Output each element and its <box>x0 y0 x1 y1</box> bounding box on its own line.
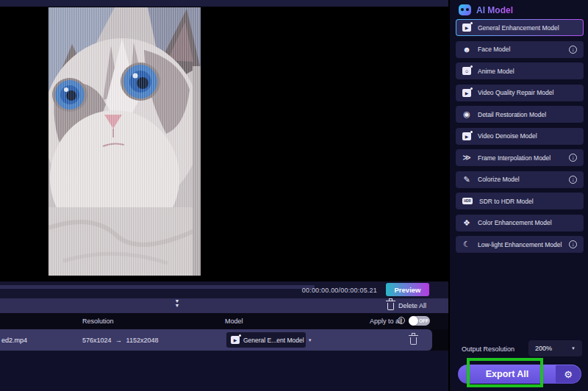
model-item-color-enhancement[interactable]: ❖ Color Enhancement Model <box>456 215 584 232</box>
ai-model-sidebar: AI Model ▶ General Enhancement Model ☻ F… <box>448 0 588 391</box>
sidebar-title: AI Model <box>476 5 513 15</box>
app-window: 00:00:00.00/00:00:05.21 Preview ▼ ▼ Dele… <box>0 0 588 391</box>
model-item-label: Anime Model <box>478 68 514 75</box>
model-item-colorize[interactable]: ✎ Colorize Model ↓ <box>456 171 584 188</box>
sidebar-header: AI Model <box>459 4 513 15</box>
model-item-label: Detail Restoration Model <box>478 111 546 118</box>
model-item-sdr-to-hdr[interactable]: HDR SDR to HDR Model <box>456 193 584 209</box>
model-item-label: Video Quality Repair Model <box>478 89 553 96</box>
model-item-label: General Enhancement Model <box>478 24 559 32</box>
collapse-chevron-icon[interactable]: ▼ ▼ <box>171 299 183 308</box>
apply-to-all-toggle[interactable]: OFF <box>409 316 430 326</box>
download-icon[interactable]: ↓ <box>569 46 577 54</box>
robot-icon <box>459 4 471 15</box>
output-resolution-label: Output Resolution <box>462 345 514 353</box>
toggle-state-label: OFF <box>419 318 429 323</box>
export-settings-button[interactable]: ⚙ <box>556 365 581 383</box>
toggle-knob <box>409 316 418 326</box>
model-item-label: SDR to HDR Model <box>479 198 534 205</box>
trash-icon <box>387 303 394 310</box>
playback-time: 00:00:00.00/00:00:05.21 <box>302 287 377 294</box>
moon-icon: ☾ <box>462 240 471 249</box>
model-column-header: Model <box>225 318 243 325</box>
video-frame-cat <box>49 7 201 276</box>
download-icon[interactable]: ↓ <box>569 154 577 162</box>
dropdown-arrow-icon: ▼ <box>308 338 312 342</box>
output-resolution-value: 200% <box>535 345 552 352</box>
face-icon: ☻ <box>462 45 471 54</box>
model-item-frame-interpolation[interactable]: ≫ Frame Interpolation Model ↓ <box>456 149 584 166</box>
video-preview-area <box>0 7 448 281</box>
queue-empty-area <box>0 351 448 391</box>
download-icon[interactable]: ↓ <box>569 176 577 184</box>
row-delete-button[interactable] <box>410 335 417 346</box>
colorize-icon: ✎ <box>462 175 471 184</box>
model-item-anime[interactable]: ☺ Anime Model <box>456 62 584 79</box>
target-resolution: 1152x2048 <box>126 337 159 344</box>
source-resolution: 576x1024 <box>82 337 112 344</box>
delete-all-label: Delete All <box>398 302 426 309</box>
model-item-detail-restoration[interactable]: ◉ Detail Restoration Model <box>456 106 584 123</box>
file-resolution: 576x1024 → 1152x2048 <box>82 337 158 344</box>
info-icon[interactable]: i <box>398 317 405 324</box>
timeline-collapse-bar: ▼ ▼ Delete All <box>0 298 448 313</box>
video-artifact-scanlines <box>49 7 201 276</box>
detail-restoration-icon: ◉ <box>462 110 471 119</box>
model-item-label: Frame Interpolation Model <box>478 154 551 162</box>
output-resolution-dropdown[interactable]: 200% ▼ <box>528 340 582 356</box>
model-item-label: Face Model <box>478 46 510 53</box>
dropdown-arrow-icon: ▼ <box>571 346 576 351</box>
file-name: ed2.mp4 <box>1 337 27 344</box>
preview-button[interactable]: Preview <box>386 283 429 296</box>
frame-interpolation-icon: ≫ <box>462 153 471 162</box>
model-item-label: Color Enhancement Model <box>478 219 552 226</box>
chevron-down-icon: ▼ <box>175 304 180 308</box>
model-item-label: Colorize Model <box>478 176 520 183</box>
model-item-video-quality-repair[interactable]: ▶ Video Quality Repair Model <box>456 85 584 101</box>
video-repair-icon: ▶ <box>462 89 471 97</box>
seek-bar[interactable] <box>0 285 315 289</box>
export-all-label: Export All <box>458 365 556 384</box>
resolution-column-header: Resolution <box>82 318 114 325</box>
queue-file-row[interactable]: ed2.mp4 576x1024 → 1152x2048 ▶ General E… <box>0 329 432 351</box>
download-icon[interactable]: ↓ <box>569 240 577 248</box>
queue-header-row: Resolution Model Apply to all i OFF <box>0 313 448 329</box>
model-item-label: Video Denoise Model <box>478 132 537 140</box>
delete-all-button[interactable]: Delete All <box>387 301 426 310</box>
gear-icon: ⚙ <box>564 369 573 380</box>
top-strip <box>0 0 448 7</box>
player-bar: 00:00:00.00/00:00:05.21 Preview <box>0 281 448 298</box>
row-model-dropdown[interactable]: ▶ General E...ent Model ▼ <box>226 332 306 348</box>
video-model-icon: ▶ <box>231 336 240 344</box>
palette-icon: ❖ <box>462 218 471 228</box>
row-model-value: General E...ent Model <box>243 337 304 344</box>
hdr-icon: HDR <box>462 198 473 204</box>
model-item-label: Low-light Enhancement Model <box>478 241 562 248</box>
export-all-button[interactable]: Export All ⚙ <box>458 365 581 384</box>
video-enhance-icon: ▶ <box>462 24 471 32</box>
model-item-low-light-enhancement[interactable]: ☾ Low-light Enhancement Model ↓ <box>456 236 584 253</box>
resolution-arrow: → <box>113 337 124 344</box>
trash-icon <box>410 337 417 345</box>
anime-face-icon: ☺ <box>462 67 471 75</box>
model-item-general-enhancement[interactable]: ▶ General Enhancement Model <box>456 19 584 36</box>
model-item-face[interactable]: ☻ Face Model ↓ <box>456 41 584 58</box>
video-denoise-icon: ▶ <box>462 132 471 140</box>
model-item-video-denoise[interactable]: ▶ Video Denoise Model <box>456 128 584 145</box>
